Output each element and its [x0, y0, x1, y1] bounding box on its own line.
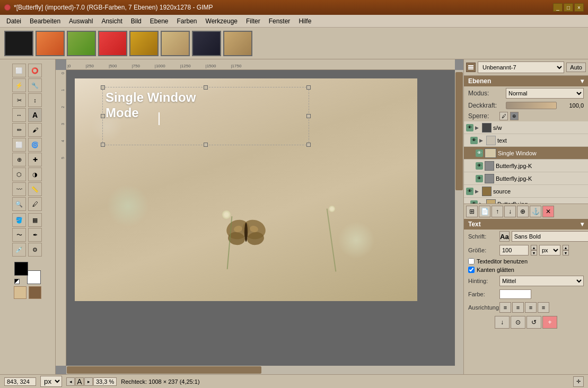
layer-eye-source[interactable]: 👁	[466, 188, 473, 195]
text-color-swatch[interactable]	[499, 289, 531, 299]
tool-perspective[interactable]: ⬡	[12, 167, 26, 181]
hinting-select[interactable]: Mittel Keine Leicht Voll	[499, 276, 584, 286]
thumbnail-7[interactable]	[192, 31, 221, 56]
thumbnail-6[interactable]	[161, 31, 190, 56]
thumbnail-4[interactable]	[98, 31, 127, 56]
tool-paintbrush[interactable]: 🖌	[28, 123, 42, 137]
tool-warp[interactable]: 〜	[12, 228, 26, 242]
tool-free-select[interactable]: ⚡	[12, 78, 26, 92]
ebenen-collapse-icon[interactable]: ▾	[581, 77, 584, 85]
text-panel-collapse[interactable]: ▾	[581, 221, 584, 228]
unit-up[interactable]: ▲	[563, 245, 569, 250]
expand-text[interactable]: ▶	[479, 138, 485, 143]
maximize-button[interactable]: □	[564, 3, 573, 12]
lock-icon-2[interactable]: ⊕	[510, 112, 519, 120]
menu-ansicht[interactable]: Ansicht	[97, 16, 126, 26]
foreground-color[interactable]	[14, 262, 28, 276]
handle-tl[interactable]	[101, 85, 105, 90]
layer-eye-butterfly2[interactable]: 👁	[476, 175, 483, 182]
tool-heal[interactable]: ✚	[28, 153, 42, 166]
layer-delete[interactable]: ✕	[542, 206, 554, 217]
font-size-spinner[interactable]: ▲ ▼	[531, 245, 537, 255]
layer-to-image-size[interactable]: ⊞	[466, 206, 478, 217]
kanten-checkbox[interactable]	[468, 267, 475, 273]
layer-lower[interactable]: ↓	[504, 206, 516, 217]
lock-icon-1[interactable]: 🖊	[499, 112, 508, 120]
canvas-wrapper[interactable]: Single Window Mode	[66, 70, 455, 366]
layer-eye-butterfly1[interactable]: 👁	[476, 162, 483, 170]
text-tool-action4[interactable]: +	[542, 316, 557, 329]
text-tool-action2[interactable]: ⊙	[511, 316, 525, 329]
menu-ebene[interactable]: Ebene	[146, 16, 173, 26]
handle-bm[interactable]	[204, 143, 208, 147]
font-name-input[interactable]	[512, 231, 588, 242]
tool-dodge-burn[interactable]: ◑	[28, 167, 42, 181]
expand-source[interactable]: ▶	[475, 189, 480, 194]
unit-spinner[interactable]: ▲ ▼	[563, 245, 569, 255]
menu-farben[interactable]: Farben	[173, 16, 201, 26]
tool-bucket[interactable]: 🪣	[12, 213, 26, 227]
tool-airbrush[interactable]: 🌀	[28, 138, 42, 152]
handle-tm[interactable]	[204, 85, 208, 90]
menu-fenster[interactable]: Fenster	[265, 16, 295, 26]
tool-flip[interactable]: ↔	[12, 108, 26, 122]
thumbnail-1[interactable]	[4, 31, 33, 56]
vertical-scrollbar[interactable]	[455, 70, 463, 366]
layer-set-dropdown[interactable]: Unbenannt-7	[478, 61, 564, 73]
auto-button[interactable]: Auto	[566, 63, 586, 72]
menu-bild[interactable]: Bild	[127, 16, 146, 26]
menu-datei[interactable]: Datei	[2, 16, 25, 26]
tool-measure[interactable]: 📏	[28, 182, 42, 196]
align-left-button[interactable]: ≡	[499, 302, 511, 313]
layer-eye-text[interactable]: 👁	[470, 137, 478, 144]
tool-fuzzy-select[interactable]: 🔧	[28, 78, 42, 92]
tool-transform[interactable]: ↕	[28, 93, 42, 107]
align-center-button[interactable]: ≡	[512, 302, 524, 313]
vertical-scrollbar-thumb[interactable]	[455, 72, 463, 190]
nav-scroll-button[interactable]: ✛	[573, 376, 584, 387]
handle-br[interactable]	[306, 143, 311, 147]
horizontal-scrollbar-thumb[interactable]	[67, 366, 261, 374]
tool-eraser[interactable]: ⬜	[12, 138, 26, 152]
menu-hilfe[interactable]: Hilfe	[294, 16, 315, 26]
layer-item-butterfly1[interactable]: 👁 Butterfly.jpg-K	[464, 160, 588, 172]
minimize-button[interactable]: _	[553, 3, 563, 12]
close-dot[interactable]	[4, 4, 11, 11]
pattern-fill[interactable]	[14, 286, 27, 299]
thumbnail-3[interactable]	[67, 31, 96, 56]
gradient-fill[interactable]	[29, 286, 41, 299]
thumbnail-8[interactable]	[223, 31, 252, 56]
zoom-in-button[interactable]: ◂	[66, 377, 75, 386]
thumbnail-5[interactable]	[129, 31, 159, 56]
layer-duplicate[interactable]: ⊕	[517, 206, 529, 217]
handle-mr[interactable]	[306, 114, 311, 118]
font-size-up[interactable]: ▲	[531, 245, 537, 250]
status-unit-select[interactable]: px	[40, 376, 62, 387]
font-size-input[interactable]	[499, 245, 529, 255]
layer-raise[interactable]: ↑	[492, 206, 503, 217]
layer-item-singlewindow[interactable]: 👁 Single Window	[464, 147, 588, 160]
background-color[interactable]	[27, 270, 41, 284]
handle-ml[interactable]	[101, 114, 105, 118]
expand-sw[interactable]: ▶	[475, 125, 480, 130]
layer-item-butterfly2[interactable]: 👁 Butterfly.jpg-K	[464, 172, 588, 185]
tool-paths[interactable]: ✒	[28, 228, 42, 242]
layer-new[interactable]: 📄	[479, 206, 490, 217]
align-right-button[interactable]: ≡	[525, 302, 537, 313]
tool-clone[interactable]: ⊕	[12, 153, 26, 166]
align-justify-button[interactable]: ≡	[538, 302, 549, 313]
tool-align[interactable]: ⚙	[28, 243, 42, 257]
tool-crop[interactable]: ✂	[12, 93, 26, 107]
color-selector[interactable]	[14, 262, 41, 284]
handle-tr[interactable]	[306, 85, 311, 90]
tool-eyedropper[interactable]: 💉	[12, 243, 26, 257]
layer-eye-singlewindow[interactable]: 👁	[476, 149, 483, 157]
tool-rect-select[interactable]: ⬜	[12, 64, 26, 77]
tool-smudge[interactable]: 〰	[12, 182, 26, 196]
menu-werkzeuge[interactable]: Werkzeuge	[201, 16, 242, 26]
opacity-slider[interactable]	[506, 102, 557, 109]
layer-item-text[interactable]: 👁 ▶ text	[464, 134, 588, 147]
menu-auswahl[interactable]: Auswahl	[65, 16, 97, 26]
default-colors-icon[interactable]	[14, 279, 20, 284]
layer-item-sw[interactable]: 👁 ▶ s/w	[464, 121, 588, 134]
